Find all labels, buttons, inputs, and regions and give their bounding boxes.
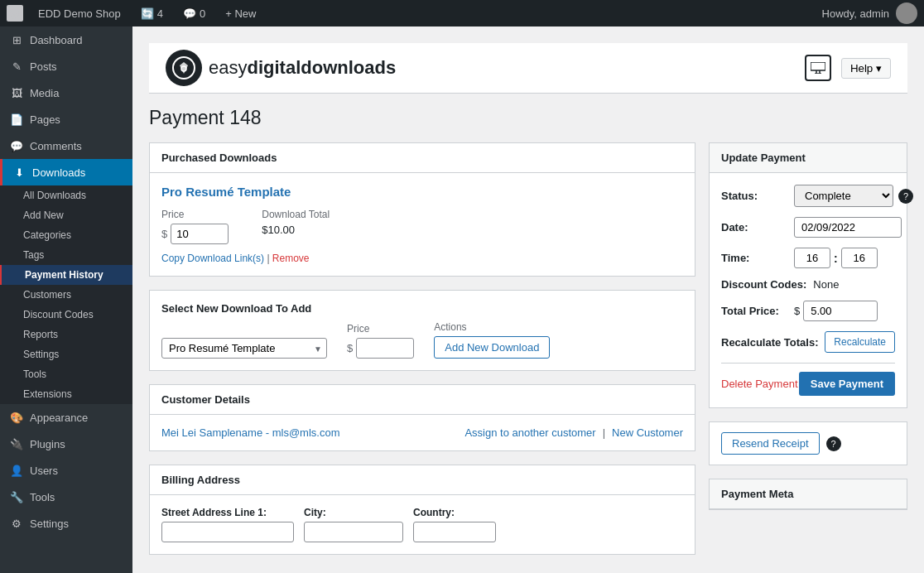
sidebar-item-users[interactable]: 👤 Users	[0, 457, 132, 484]
wp-logo-icon[interactable]: W	[7, 5, 23, 22]
purchased-downloads-header: Purchased Downloads	[150, 143, 695, 173]
media-icon: 🖼	[10, 86, 23, 99]
street1-label: Street Address Line 1:	[161, 507, 294, 518]
avatar	[896, 2, 917, 24]
dashboard-icon: ⊞	[10, 33, 23, 46]
users-icon: 👤	[10, 464, 23, 477]
actions-col-label: Actions	[434, 321, 550, 333]
total-price-label: Total Price:	[721, 305, 787, 317]
sidebar-item-media[interactable]: 🖼 Media	[0, 79, 132, 106]
tools-icon: 🔧	[10, 490, 23, 503]
payment-meta-header: Payment Meta	[710, 479, 907, 509]
city-label: City:	[304, 507, 403, 518]
total-price-symbol: $	[794, 305, 800, 317]
delete-payment-link[interactable]: Delete Payment	[721, 378, 798, 390]
update-payment-card: Update Payment Status: Complete Pending …	[709, 142, 907, 408]
price-input[interactable]	[171, 224, 229, 244]
copy-download-link[interactable]: Copy Download Link(s)	[161, 253, 264, 264]
street1-input[interactable]	[161, 522, 294, 542]
status-select[interactable]: Complete Pending Refunded Failed	[794, 185, 893, 207]
new-price-input[interactable]	[356, 338, 414, 359]
total-price-input[interactable]	[803, 301, 878, 321]
sidebar-item-settings[interactable]: ⚙ Settings	[0, 510, 132, 537]
payment-actions-row: Delete Payment Save Payment	[721, 372, 895, 396]
download-total-label: Download Total	[262, 209, 330, 220]
sidebar-item-posts[interactable]: ✎ Posts	[0, 53, 132, 79]
submenu-all-downloads[interactable]: All Downloads	[0, 185, 132, 205]
customer-details-header: Customer Details	[150, 385, 695, 415]
price-label: Price	[161, 209, 229, 220]
sidebar-item-plugins[interactable]: 🔌 Plugins	[0, 431, 132, 457]
submenu-settings[interactable]: Settings	[0, 344, 132, 364]
svg-rect-4	[811, 62, 825, 70]
date-input[interactable]	[794, 217, 902, 238]
product-link[interactable]: Pro Resumé Template	[161, 185, 683, 199]
time-hour-input[interactable]	[794, 248, 830, 268]
time-row: Time: :	[721, 248, 895, 268]
status-label: Status:	[721, 190, 787, 202]
submenu-reports[interactable]: Reports	[0, 325, 132, 344]
recalculate-button[interactable]: Recalculate	[825, 331, 895, 353]
submenu-payment-history[interactable]: Payment History	[0, 265, 132, 285]
country-label: Country:	[413, 507, 496, 518]
sidebar-item-pages[interactable]: 📄 Pages	[0, 106, 132, 132]
country-input[interactable]	[413, 522, 496, 542]
add-new-download-button[interactable]: Add New Download	[434, 336, 550, 359]
status-help-icon[interactable]: ?	[898, 189, 913, 204]
purchased-downloads-card: Purchased Downloads Pro Resumé Template …	[149, 142, 695, 277]
submenu-customers[interactable]: Customers	[0, 285, 132, 305]
revision-count[interactable]: 🔄 4	[136, 0, 168, 26]
submenu-discount-codes[interactable]: Discount Codes	[0, 305, 132, 325]
select-download-card: Select New Download To Add Pro Resumé Te…	[149, 290, 695, 371]
select-download-label: Select New Download To Add	[161, 302, 683, 315]
city-input[interactable]	[304, 522, 403, 542]
site-name[interactable]: EDD Demo Shop	[33, 0, 126, 26]
page-title: Payment 148	[149, 107, 907, 129]
new-content-button[interactable]: + New	[220, 0, 261, 26]
submenu-add-new[interactable]: Add New	[0, 205, 132, 225]
submenu-extensions[interactable]: Extensions	[0, 384, 132, 404]
billing-address-card: Billing Address Street Address Line 1: C…	[149, 465, 695, 555]
discount-row: Discount Codes: None	[721, 278, 895, 291]
sidebar-item-downloads[interactable]: ⬇ Downloads	[0, 159, 132, 185]
sidebar-item-tools[interactable]: 🔧 Tools	[0, 484, 132, 510]
submenu-categories[interactable]: Categories	[0, 225, 132, 245]
discount-value: None	[813, 278, 839, 291]
resend-help-icon[interactable]: ?	[826, 436, 841, 451]
customer-name-link[interactable]: Mei Lei Samplename - mls@mls.com	[161, 426, 339, 439]
edd-logo-icon	[166, 50, 202, 86]
edd-header: easydigitaldownloads Help ▾	[149, 43, 907, 94]
new-customer-link[interactable]: New Customer	[612, 426, 683, 439]
time-minute-input[interactable]	[841, 248, 878, 268]
sidebar-item-appearance[interactable]: 🎨 Appearance	[0, 404, 132, 431]
remove-link[interactable]: Remove	[272, 253, 310, 264]
payment-meta-card: Payment Meta	[709, 479, 907, 510]
submenu-tools[interactable]: Tools	[0, 364, 132, 384]
time-colon: :	[834, 252, 838, 265]
screen-options-icon[interactable]	[805, 55, 831, 81]
resend-receipt-button[interactable]: Resend Receipt	[721, 432, 820, 455]
main-content: easydigitaldownloads Help ▾ Payment 148 …	[132, 26, 924, 573]
save-payment-button[interactable]: Save Payment	[799, 372, 895, 396]
status-row: Status: Complete Pending Refunded Failed…	[721, 185, 895, 207]
edd-logo: easydigitaldownloads	[166, 50, 396, 86]
pages-icon: 📄	[10, 113, 23, 126]
admin-user-link[interactable]: Howdy, admin	[822, 7, 889, 20]
billing-address-header: Billing Address	[150, 465, 695, 495]
submenu-tags[interactable]: Tags	[0, 245, 132, 265]
separator-2: |	[603, 426, 605, 439]
sidebar-item-comments[interactable]: 💬 Comments	[0, 132, 132, 159]
recalculate-row: Recalculate Totals: Recalculate	[721, 331, 895, 353]
sidebar-item-dashboard[interactable]: ⊞ Dashboard	[0, 26, 132, 53]
date-label: Date:	[721, 221, 787, 234]
downloads-icon: ⬇	[12, 166, 26, 179]
download-select[interactable]: Pro Resumé Template	[161, 338, 327, 359]
sidebar: ⊞ Dashboard ✎ Posts 🖼 Media 📄 Pages 💬 Co…	[0, 26, 132, 573]
comment-count[interactable]: 💬 0	[178, 0, 210, 26]
posts-icon: ✎	[10, 60, 23, 73]
price-col-label: Price	[347, 323, 414, 335]
recalculate-label: Recalculate Totals:	[721, 336, 819, 349]
assign-customer-link[interactable]: Assign to another customer	[464, 426, 595, 439]
appearance-icon: 🎨	[10, 411, 23, 424]
help-button[interactable]: Help ▾	[841, 58, 891, 79]
